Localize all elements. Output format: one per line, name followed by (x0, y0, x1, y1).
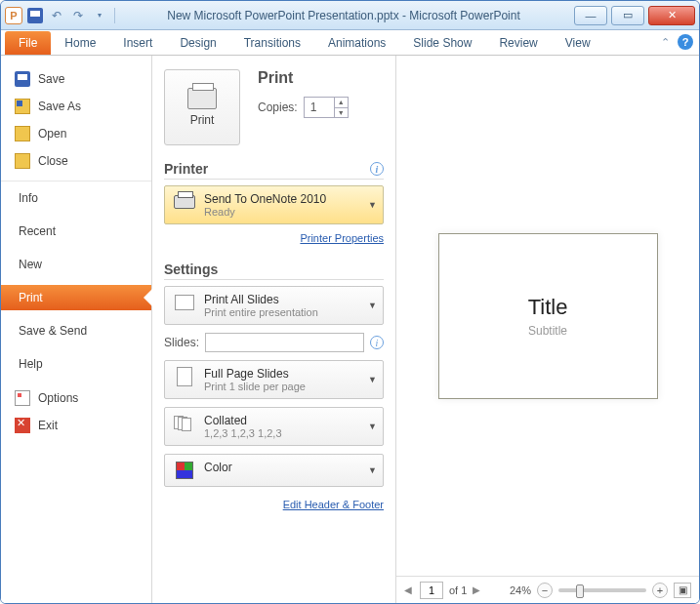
print-preview: Title Subtitle ◀ of 1 ▶ 24% − + ▣ (396, 56, 699, 603)
sidebar-item-print[interactable]: Print (1, 285, 151, 310)
quick-access-toolbar: ↶ ↷ ▾ (26, 7, 117, 24)
window-title: New Microsoft PowerPoint Presentation.pp… (117, 9, 570, 22)
qat-redo-icon[interactable]: ↷ (69, 7, 87, 24)
tab-slideshow[interactable]: Slide Show (399, 31, 485, 55)
zoom-in-button[interactable]: + (652, 583, 668, 598)
sidebar-item-save[interactable]: Save (1, 65, 151, 93)
setting-layout[interactable]: Full Page Slides Print 1 slide per page … (164, 360, 384, 399)
backstage-sidebar: Save Save As Open Close Info Recent New … (1, 56, 152, 603)
setting-title: Print All Slides (204, 293, 318, 306)
ribbon-collapse-icon[interactable]: ⌃ (658, 35, 672, 49)
sidebar-label: Save & Send (19, 324, 87, 338)
page-of-label: of 1 (449, 584, 467, 596)
color-icon (176, 462, 193, 479)
printer-properties-link[interactable]: Printer Properties (300, 232, 384, 244)
slides-input[interactable] (205, 333, 364, 352)
copies-input[interactable]: 1 ▲▼ (304, 97, 349, 118)
printer-info-icon[interactable]: i (370, 162, 384, 176)
tab-design[interactable]: Design (166, 31, 229, 55)
setting-print-range[interactable]: Print All Slides Print entire presentati… (164, 286, 384, 325)
spin-down-icon[interactable]: ▼ (335, 108, 348, 118)
tab-animations[interactable]: Animations (314, 31, 399, 55)
edit-header-footer-link[interactable]: Edit Header & Footer (283, 499, 384, 510)
sidebar-label: Info (19, 191, 38, 205)
copies-label: Copies: (258, 101, 298, 114)
page-number-input[interactable] (420, 582, 443, 599)
exit-icon (15, 418, 30, 433)
sidebar-label: Recent (19, 224, 56, 238)
zoom-out-button[interactable]: − (537, 583, 553, 598)
close-button[interactable]: ✕ (648, 6, 695, 25)
sidebar-item-help[interactable]: Help (1, 351, 151, 377)
slide-subtitle: Subtitle (528, 324, 567, 338)
sidebar-item-options[interactable]: Options (1, 384, 151, 412)
zoom-slider[interactable] (558, 588, 646, 592)
slide-thumbnail: Title Subtitle (438, 233, 658, 399)
print-button-label: Print (190, 113, 215, 127)
tab-review[interactable]: Review (485, 31, 551, 55)
sidebar-item-savesend[interactable]: Save & Send (1, 318, 151, 343)
next-page-icon[interactable]: ▶ (473, 584, 482, 595)
print-heading: Print (258, 69, 349, 87)
setting-title: Color (204, 461, 232, 474)
titlebar: P ↶ ↷ ▾ New Microsoft PowerPoint Present… (1, 1, 699, 30)
setting-color[interactable]: Color ▼ (164, 454, 384, 487)
sidebar-item-recent[interactable]: Recent (1, 219, 151, 244)
printer-selector[interactable]: Send To OneNote 2010 Ready ▼ (164, 185, 384, 224)
qat-dropdown-icon[interactable]: ▾ (91, 7, 108, 24)
help-icon[interactable]: ? (678, 34, 693, 50)
window-controls: — ▭ ✕ (570, 6, 695, 25)
printer-icon (187, 88, 217, 109)
sidebar-item-close[interactable]: Close (1, 147, 151, 175)
app-icon: P (5, 7, 22, 24)
sidebar-item-open[interactable]: Open (1, 120, 151, 147)
slides-icon (175, 295, 194, 310)
tab-file[interactable]: File (5, 31, 51, 55)
printer-small-icon (174, 195, 195, 209)
slides-info-icon[interactable]: i (370, 336, 384, 349)
app-window: P ↶ ↷ ▾ New Microsoft PowerPoint Present… (0, 0, 700, 604)
prev-page-icon[interactable]: ◀ (404, 584, 414, 595)
sidebar-label: Save As (38, 100, 81, 113)
spin-up-icon[interactable]: ▲ (335, 98, 348, 108)
page-icon (177, 367, 192, 386)
preview-area: Title Subtitle (396, 56, 699, 576)
minimize-button[interactable]: — (574, 6, 607, 25)
tab-home[interactable]: Home (51, 31, 109, 55)
setting-collate[interactable]: Collated 1,2,3 1,2,3 1,2,3 ▼ (164, 407, 384, 446)
collate-icon (174, 416, 195, 431)
sidebar-item-new[interactable]: New (1, 252, 151, 277)
setting-sub: 1,2,3 1,2,3 1,2,3 (204, 427, 282, 439)
print-button[interactable]: Print (164, 69, 240, 145)
sidebar-item-saveas[interactable]: Save As (1, 93, 151, 120)
setting-title: Full Page Slides (204, 367, 306, 381)
setting-sub: Print 1 slide per page (204, 381, 306, 392)
qat-undo-icon[interactable]: ↶ (48, 7, 65, 24)
fit-to-window-button[interactable]: ▣ (674, 583, 691, 598)
printer-name: Send To OneNote 2010 (204, 192, 326, 206)
copies-spinner[interactable]: ▲▼ (334, 98, 348, 117)
zoom-label: 24% (510, 584, 531, 596)
tab-view[interactable]: View (552, 31, 604, 55)
sidebar-label: New (19, 258, 42, 271)
settings-heading: Settings (164, 262, 218, 277)
printer-status: Ready (204, 206, 326, 218)
tab-transitions[interactable]: Transitions (230, 31, 314, 55)
sidebar-label: Open (38, 127, 66, 141)
print-panel: Print Print Copies: 1 ▲▼ Printer i (152, 56, 396, 603)
tab-insert[interactable]: Insert (109, 31, 166, 55)
chevron-down-icon: ▼ (368, 200, 377, 210)
chevron-down-icon: ▼ (368, 422, 377, 431)
maximize-button[interactable]: ▭ (611, 6, 644, 25)
copies-value: 1 (310, 101, 317, 114)
sidebar-label: Print (19, 291, 43, 304)
sidebar-item-exit[interactable]: Exit (1, 412, 151, 439)
qat-save-icon[interactable] (26, 7, 44, 24)
save-icon (15, 71, 30, 87)
sidebar-item-info[interactable]: Info (1, 185, 151, 211)
sidebar-label: Close (38, 154, 68, 168)
slide-title: Title (528, 295, 568, 320)
qat-separator (114, 8, 115, 23)
slides-label: Slides: (164, 336, 199, 349)
options-icon (15, 390, 30, 406)
